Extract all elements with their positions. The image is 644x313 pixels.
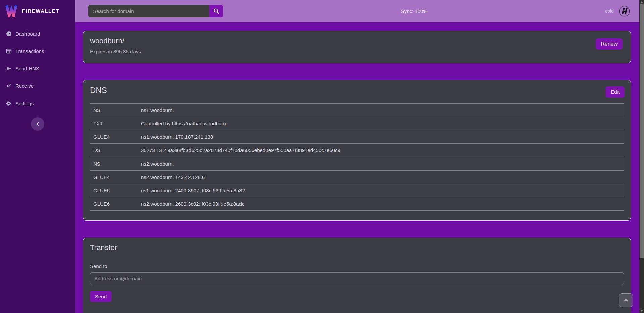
- handshake-logo-icon: [619, 6, 630, 17]
- dns-record-type: GLUE4: [90, 130, 138, 144]
- dns-records-table: NS ns1.woodburn. TXT Controlled by https…: [90, 103, 624, 211]
- dns-record-type: NS: [90, 157, 138, 171]
- dns-record-type: DS: [90, 144, 138, 157]
- receive-icon: [6, 83, 12, 89]
- dns-record-row: NS ns2.woodburn.: [90, 157, 624, 171]
- dns-record-row: GLUE4 ns1.woodburn. 170.187.241.138: [90, 130, 624, 144]
- topbar: Sync: 100% cold: [75, 0, 639, 22]
- search-icon: [213, 8, 219, 14]
- dns-record-type: GLUE6: [90, 184, 138, 197]
- scroll-to-top-button[interactable]: [619, 293, 633, 307]
- sync-status: Sync: 100%: [223, 8, 605, 14]
- dns-record-row: TXT Controlled by https://nathan.woodbur…: [90, 117, 624, 130]
- chevron-up-icon: [623, 298, 629, 303]
- dns-record-type: NS: [90, 104, 138, 117]
- dns-record-value: Controlled by https://nathan.woodburn: [138, 117, 624, 130]
- sidebar-nav: Dashboard Transactions: [0, 25, 75, 112]
- edit-dns-button[interactable]: Edit: [606, 86, 625, 98]
- dns-record-row: GLUE6 ns2.woodburn. 2600:3c02::f03c:93ff…: [90, 197, 624, 211]
- search-button[interactable]: [209, 5, 223, 17]
- chevron-left-icon: [35, 122, 40, 126]
- vertical-scrollbar[interactable]: [639, 0, 644, 313]
- sidebar-collapse-button[interactable]: [31, 117, 44, 131]
- domain-search: [88, 5, 223, 17]
- dns-record-row: GLUE4 ns2.woodburn. 143.42.128.6: [90, 171, 624, 184]
- domain-card: woodburn/ Expires in 395.35 days Renew: [83, 31, 631, 63]
- send-button[interactable]: Send: [90, 291, 112, 302]
- dns-record-value: ns2.woodburn. 143.42.128.6: [138, 171, 624, 184]
- dashboard-icon: [6, 31, 12, 37]
- dns-record-value: ns2.woodburn.: [138, 157, 624, 171]
- dns-record-type: GLUE4: [90, 171, 138, 184]
- dns-record-type: TXT: [90, 117, 138, 130]
- sidebar-item-dashboard[interactable]: Dashboard: [0, 25, 75, 42]
- sidebar-item-transactions[interactable]: Transactions: [0, 42, 75, 60]
- sidebar-item-label: Receive: [15, 83, 34, 89]
- settings-icon: [6, 101, 12, 106]
- domain-title: woodburn/: [90, 36, 624, 46]
- sidebar-item-settings[interactable]: Settings: [0, 95, 75, 112]
- send-icon: [6, 66, 12, 71]
- dns-record-value: ns1.woodburn. 170.187.241.138: [138, 130, 624, 144]
- scrollbar-down-arrow-icon[interactable]: [640, 310, 643, 312]
- app-window: FIREWALLET Dashboard: [0, 0, 644, 313]
- dns-record-row: DS 30273 13 2 9a3a8fb3d625d2a2073d740f10…: [90, 144, 624, 157]
- sidebar: FIREWALLET Dashboard: [0, 0, 75, 313]
- transfer-card: Transfer Send to Send: [83, 238, 631, 313]
- sidebar-item-label: Dashboard: [15, 31, 40, 37]
- sidebar-item-label: Transactions: [15, 48, 44, 54]
- send-to-label: Send to: [90, 263, 624, 269]
- sidebar-item-label: Send HNS: [15, 66, 39, 71]
- dns-record-row: NS ns1.woodburn.: [90, 104, 624, 117]
- search-input[interactable]: [88, 5, 209, 17]
- brand-header: FIREWALLET: [0, 0, 75, 21]
- sidebar-item-label: Settings: [15, 101, 34, 106]
- dns-record-row: GLUE6 ns1.woodburn. 2400:8907::f03c:93ff…: [90, 184, 624, 197]
- dns-record-value: ns2.woodburn. 2600:3c02::f03c:93ff:fe5a:…: [138, 197, 624, 211]
- transfer-address-input[interactable]: [90, 272, 624, 285]
- wallet-name: cold: [605, 8, 614, 14]
- renew-button[interactable]: Renew: [596, 38, 623, 50]
- transfer-title: Transfer: [90, 243, 624, 252]
- domain-expiry: Expires in 395.35 days: [90, 49, 624, 54]
- app-title: FIREWALLET: [22, 8, 59, 14]
- sidebar-item-send-hns[interactable]: Send HNS: [0, 60, 75, 77]
- dns-record-value: ns1.woodburn.: [138, 104, 624, 117]
- dns-card: DNS Edit NS ns1.woodburn. TXT Controlled…: [83, 80, 631, 221]
- dns-record-type: GLUE6: [90, 197, 138, 211]
- scrollbar-thumb[interactable]: [640, 4, 644, 258]
- sidebar-item-receive[interactable]: Receive: [0, 77, 75, 95]
- firewallet-logo-icon: [5, 4, 18, 17]
- wallet-selector[interactable]: cold: [605, 6, 630, 17]
- dns-title: DNS: [90, 85, 624, 96]
- scrollbar-up-arrow-icon[interactable]: [640, 1, 643, 3]
- page-content: woodburn/ Expires in 395.35 days Renew D…: [75, 22, 639, 313]
- dns-table-body: NS ns1.woodburn. TXT Controlled by https…: [90, 104, 624, 211]
- dns-record-value: ns1.woodburn. 2400:8907::f03c:93ff:fe5a:…: [138, 184, 624, 197]
- main-column: Sync: 100% cold: [75, 0, 639, 313]
- transactions-icon: [6, 48, 12, 54]
- dns-record-value: 30273 13 2 9a3a8fb3d625d2a2073d740f10da6…: [138, 144, 624, 157]
